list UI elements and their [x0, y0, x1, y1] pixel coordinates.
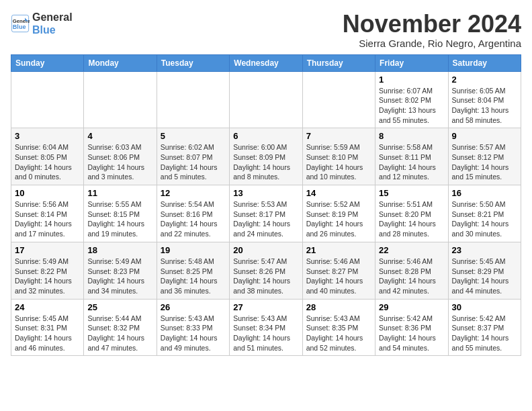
day-info: Sunrise: 6:05 AM Sunset: 8:04 PM Dayligh… [452, 86, 517, 126]
day-info: Sunrise: 5:43 AM Sunset: 8:35 PM Dayligh… [306, 314, 371, 353]
weekday-header-friday: Friday [375, 54, 448, 71]
calendar-cell: 14Sunrise: 5:52 AM Sunset: 8:19 PM Dayli… [302, 185, 375, 242]
day-number: 9 [452, 131, 517, 141]
day-number: 6 [233, 131, 298, 141]
day-number: 12 [161, 188, 226, 198]
day-number: 8 [379, 131, 444, 141]
calendar-header: SundayMondayTuesdayWednesdayThursdayFrid… [11, 54, 521, 71]
calendar-cell: 7Sunrise: 5:59 AM Sunset: 8:10 PM Daylig… [302, 128, 375, 185]
day-info: Sunrise: 5:58 AM Sunset: 8:11 PM Dayligh… [379, 142, 444, 182]
calendar-cell [302, 71, 375, 128]
calendar-cell: 25Sunrise: 5:44 AM Sunset: 8:32 PM Dayli… [84, 299, 157, 356]
day-info: Sunrise: 5:42 AM Sunset: 8:37 PM Dayligh… [452, 314, 517, 353]
day-number: 24 [15, 302, 80, 312]
day-number: 4 [87, 131, 152, 141]
day-info: Sunrise: 5:47 AM Sunset: 8:26 PM Dayligh… [233, 257, 298, 296]
calendar-week-1: 1Sunrise: 6:07 AM Sunset: 8:02 PM Daylig… [11, 71, 521, 128]
day-number: 28 [306, 302, 371, 312]
weekday-header-tuesday: Tuesday [157, 54, 229, 71]
calendar-week-3: 10Sunrise: 5:56 AM Sunset: 8:14 PM Dayli… [11, 185, 521, 242]
calendar-cell: 28Sunrise: 5:43 AM Sunset: 8:35 PM Dayli… [302, 299, 375, 356]
calendar-cell [157, 71, 229, 128]
day-number: 18 [87, 245, 152, 255]
day-info: Sunrise: 5:53 AM Sunset: 8:17 PM Dayligh… [233, 199, 298, 239]
weekday-header-monday: Monday [84, 54, 157, 71]
day-info: Sunrise: 5:52 AM Sunset: 8:19 PM Dayligh… [306, 199, 371, 239]
calendar-cell: 2Sunrise: 6:05 AM Sunset: 8:04 PM Daylig… [448, 71, 521, 128]
day-number: 20 [233, 245, 298, 255]
calendar-cell: 8Sunrise: 5:58 AM Sunset: 8:11 PM Daylig… [375, 128, 448, 185]
calendar-cell: 9Sunrise: 5:57 AM Sunset: 8:12 PM Daylig… [448, 128, 521, 185]
calendar-cell: 18Sunrise: 5:49 AM Sunset: 8:23 PM Dayli… [84, 242, 157, 299]
day-info: Sunrise: 5:49 AM Sunset: 8:22 PM Dayligh… [15, 257, 80, 296]
logo: General Blue General Blue [11, 11, 73, 36]
calendar-cell: 26Sunrise: 5:43 AM Sunset: 8:33 PM Dayli… [157, 299, 229, 356]
day-number: 10 [15, 188, 80, 198]
calendar-cell: 12Sunrise: 5:54 AM Sunset: 8:16 PM Dayli… [157, 185, 229, 242]
calendar-cell: 10Sunrise: 5:56 AM Sunset: 8:14 PM Dayli… [11, 185, 84, 242]
day-number: 19 [161, 245, 226, 255]
day-info: Sunrise: 5:46 AM Sunset: 8:27 PM Dayligh… [306, 257, 371, 296]
calendar-cell: 20Sunrise: 5:47 AM Sunset: 8:26 PM Dayli… [230, 242, 302, 299]
day-number: 5 [161, 131, 226, 141]
day-info: Sunrise: 5:46 AM Sunset: 8:28 PM Dayligh… [379, 257, 444, 296]
day-info: Sunrise: 5:59 AM Sunset: 8:10 PM Dayligh… [306, 142, 371, 182]
page-subtitle: Sierra Grande, Rio Negro, Argentina [343, 38, 521, 49]
day-number: 17 [15, 245, 80, 255]
day-info: Sunrise: 5:51 AM Sunset: 8:20 PM Dayligh… [379, 199, 444, 239]
day-info: Sunrise: 5:57 AM Sunset: 8:12 PM Dayligh… [452, 142, 517, 182]
logo-text-general: General [32, 11, 73, 24]
logo-text-blue: Blue [32, 24, 73, 36]
page-title: November 2024 [343, 11, 521, 38]
calendar-cell [230, 71, 302, 128]
page-header: General Blue General Blue November 2024 … [11, 11, 521, 49]
day-info: Sunrise: 5:45 AM Sunset: 8:31 PM Dayligh… [15, 314, 80, 353]
day-number: 30 [452, 302, 517, 312]
calendar-table: SundayMondayTuesdayWednesdayThursdayFrid… [11, 54, 521, 357]
calendar-cell: 19Sunrise: 5:48 AM Sunset: 8:25 PM Dayli… [157, 242, 229, 299]
day-info: Sunrise: 5:49 AM Sunset: 8:23 PM Dayligh… [87, 257, 152, 296]
weekday-header-wednesday: Wednesday [230, 54, 302, 71]
day-number: 13 [233, 188, 298, 198]
calendar-cell: 17Sunrise: 5:49 AM Sunset: 8:22 PM Dayli… [11, 242, 84, 299]
svg-text:Blue: Blue [13, 24, 26, 31]
day-info: Sunrise: 6:04 AM Sunset: 8:05 PM Dayligh… [15, 142, 80, 182]
calendar-cell: 27Sunrise: 5:43 AM Sunset: 8:34 PM Dayli… [230, 299, 302, 356]
day-number: 14 [306, 188, 371, 198]
day-number: 22 [379, 245, 444, 255]
weekday-header-thursday: Thursday [302, 54, 375, 71]
calendar-cell: 15Sunrise: 5:51 AM Sunset: 8:20 PM Dayli… [375, 185, 448, 242]
calendar-cell: 21Sunrise: 5:46 AM Sunset: 8:27 PM Dayli… [302, 242, 375, 299]
calendar-cell: 11Sunrise: 5:55 AM Sunset: 8:15 PM Dayli… [84, 185, 157, 242]
calendar-cell: 23Sunrise: 5:45 AM Sunset: 8:29 PM Dayli… [448, 242, 521, 299]
day-number: 29 [379, 302, 444, 312]
day-info: Sunrise: 6:00 AM Sunset: 8:09 PM Dayligh… [233, 142, 298, 182]
day-number: 25 [87, 302, 152, 312]
day-number: 23 [452, 245, 517, 255]
day-number: 3 [15, 131, 80, 141]
calendar-cell [11, 71, 84, 128]
calendar-cell: 16Sunrise: 5:50 AM Sunset: 8:21 PM Dayli… [448, 185, 521, 242]
day-info: Sunrise: 6:07 AM Sunset: 8:02 PM Dayligh… [379, 86, 444, 126]
day-info: Sunrise: 5:43 AM Sunset: 8:33 PM Dayligh… [161, 314, 226, 353]
calendar-week-2: 3Sunrise: 6:04 AM Sunset: 8:05 PM Daylig… [11, 128, 521, 185]
day-number: 21 [306, 245, 371, 255]
day-number: 15 [379, 188, 444, 198]
day-info: Sunrise: 5:54 AM Sunset: 8:16 PM Dayligh… [161, 199, 226, 239]
calendar-week-4: 17Sunrise: 5:49 AM Sunset: 8:22 PM Dayli… [11, 242, 521, 299]
calendar-cell: 30Sunrise: 5:42 AM Sunset: 8:37 PM Dayli… [448, 299, 521, 356]
day-info: Sunrise: 6:02 AM Sunset: 8:07 PM Dayligh… [161, 142, 226, 182]
day-number: 26 [161, 302, 226, 312]
logo-icon: General Blue [11, 14, 30, 33]
calendar-week-5: 24Sunrise: 5:45 AM Sunset: 8:31 PM Dayli… [11, 299, 521, 356]
day-info: Sunrise: 5:55 AM Sunset: 8:15 PM Dayligh… [87, 199, 152, 239]
title-block: November 2024 Sierra Grande, Rio Negro, … [343, 11, 521, 49]
day-info: Sunrise: 5:56 AM Sunset: 8:14 PM Dayligh… [15, 199, 80, 239]
day-info: Sunrise: 5:50 AM Sunset: 8:21 PM Dayligh… [452, 199, 517, 239]
day-info: Sunrise: 5:45 AM Sunset: 8:29 PM Dayligh… [452, 257, 517, 296]
day-number: 1 [379, 75, 444, 85]
day-number: 11 [87, 188, 152, 198]
day-info: Sunrise: 5:44 AM Sunset: 8:32 PM Dayligh… [87, 314, 152, 353]
day-number: 7 [306, 131, 371, 141]
calendar-cell: 3Sunrise: 6:04 AM Sunset: 8:05 PM Daylig… [11, 128, 84, 185]
